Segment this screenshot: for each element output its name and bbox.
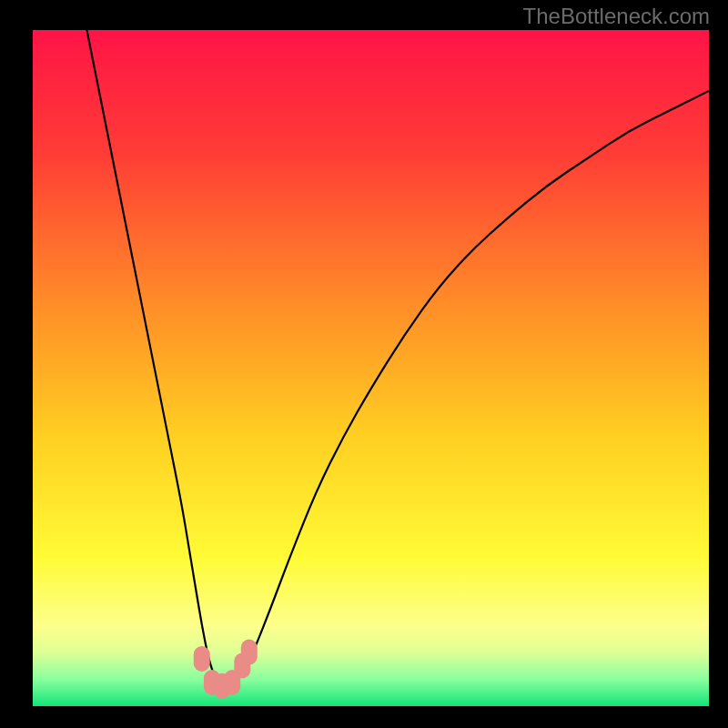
chart-frame: TheBottleneck.com	[0, 0, 728, 728]
bottleneck-curve	[86, 30, 709, 686]
well-marker	[194, 646, 210, 672]
watermark-text: TheBottleneck.com	[523, 4, 710, 29]
plot-area	[33, 30, 709, 706]
well-markers	[194, 640, 258, 699]
curve-layer	[33, 30, 709, 706]
well-marker	[241, 640, 258, 665]
